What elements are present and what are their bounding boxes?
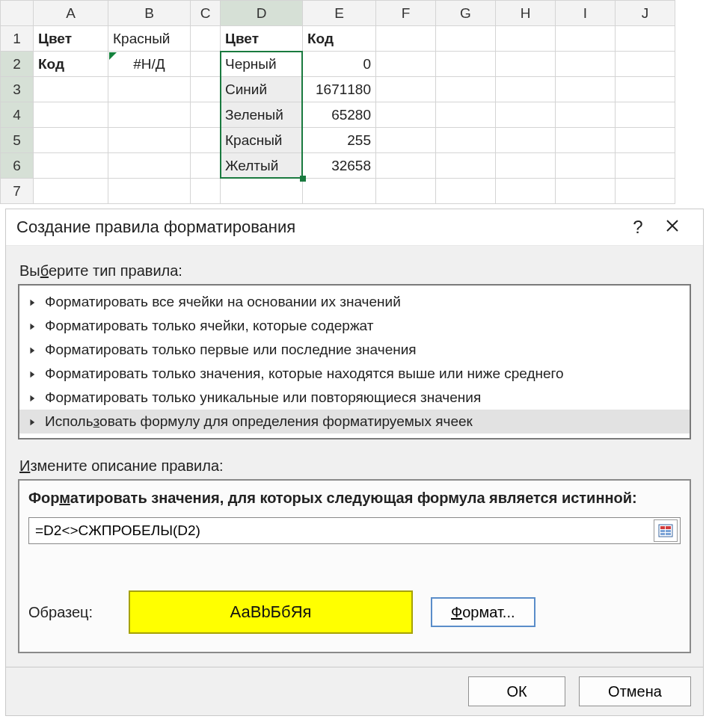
cell[interactable] xyxy=(616,179,675,204)
cell[interactable]: Цвет xyxy=(34,26,108,52)
cell[interactable] xyxy=(191,179,221,204)
cell[interactable] xyxy=(34,102,108,128)
cell[interactable] xyxy=(303,179,376,204)
spreadsheet[interactable]: ABCDEFGHIJ1ЦветКрасныйЦветКод2Код#Н/ДЧер… xyxy=(0,0,709,204)
cell[interactable] xyxy=(376,179,436,204)
cell[interactable] xyxy=(191,128,221,153)
cell[interactable]: 32658 xyxy=(303,153,376,179)
cell[interactable] xyxy=(496,77,556,102)
cell[interactable] xyxy=(556,128,616,153)
cell[interactable]: Красный xyxy=(108,26,191,52)
cell[interactable] xyxy=(436,52,496,77)
cell[interactable] xyxy=(376,77,436,102)
cell[interactable] xyxy=(108,102,191,128)
formula-input[interactable] xyxy=(29,519,654,542)
range-picker-button[interactable] xyxy=(654,519,678,542)
cell[interactable] xyxy=(376,102,436,128)
cell[interactable] xyxy=(496,128,556,153)
cell[interactable] xyxy=(191,153,221,179)
row-header[interactable]: 6 xyxy=(1,153,34,179)
cell[interactable] xyxy=(436,179,496,204)
cell[interactable]: #Н/Д xyxy=(108,52,191,77)
cell[interactable] xyxy=(108,179,191,204)
rule-type-item[interactable]: ►Форматировать только уникальные или пов… xyxy=(19,386,690,410)
cell[interactable] xyxy=(556,102,616,128)
cell[interactable] xyxy=(376,52,436,77)
column-header[interactable]: J xyxy=(616,1,675,26)
cell[interactable] xyxy=(496,102,556,128)
cell[interactable] xyxy=(191,77,221,102)
cell[interactable] xyxy=(221,179,303,204)
cell[interactable] xyxy=(616,153,675,179)
cell[interactable] xyxy=(496,52,556,77)
rule-type-item[interactable]: ►Использовать формулу для определения фо… xyxy=(19,410,690,434)
cell[interactable] xyxy=(376,26,436,52)
cell[interactable] xyxy=(108,128,191,153)
cell[interactable] xyxy=(556,179,616,204)
cell[interactable] xyxy=(436,128,496,153)
cell[interactable] xyxy=(496,179,556,204)
cell[interactable]: Черный xyxy=(221,52,303,77)
row-header[interactable]: 2 xyxy=(1,52,34,77)
cell[interactable] xyxy=(436,77,496,102)
ok-button[interactable]: ОК xyxy=(468,676,565,706)
cancel-button[interactable]: Отмена xyxy=(579,676,691,706)
cell[interactable] xyxy=(34,179,108,204)
cell[interactable] xyxy=(616,77,675,102)
cell[interactable] xyxy=(616,102,675,128)
cell[interactable]: 255 xyxy=(303,128,376,153)
cell[interactable] xyxy=(191,26,221,52)
rule-type-item[interactable]: ►Форматировать только первые или последн… xyxy=(19,338,690,362)
cell[interactable]: Желтый xyxy=(221,153,303,179)
cell[interactable]: 1671180 xyxy=(303,77,376,102)
cell[interactable] xyxy=(191,52,221,77)
cell[interactable] xyxy=(616,52,675,77)
cell[interactable]: Код xyxy=(34,52,108,77)
column-header[interactable]: F xyxy=(376,1,436,26)
column-header[interactable]: A xyxy=(34,1,108,26)
row-header[interactable]: 4 xyxy=(1,102,34,128)
cell[interactable] xyxy=(556,52,616,77)
cell[interactable]: 0 xyxy=(303,52,376,77)
column-header[interactable]: H xyxy=(496,1,556,26)
column-header[interactable]: D xyxy=(221,1,303,26)
cell[interactable] xyxy=(34,77,108,102)
rule-type-item[interactable]: ►Форматировать все ячейки на основании и… xyxy=(19,290,690,314)
row-header[interactable]: 3 xyxy=(1,77,34,102)
cell[interactable] xyxy=(191,102,221,128)
row-header[interactable]: 1 xyxy=(1,26,34,52)
column-header[interactable]: B xyxy=(108,1,191,26)
cell[interactable] xyxy=(616,26,675,52)
column-header[interactable]: C xyxy=(191,1,221,26)
cell[interactable]: Зеленый xyxy=(221,102,303,128)
row-header[interactable]: 5 xyxy=(1,128,34,153)
cell[interactable] xyxy=(496,26,556,52)
cell[interactable] xyxy=(108,153,191,179)
cell[interactable]: Синий xyxy=(221,77,303,102)
column-header[interactable]: E xyxy=(303,1,376,26)
cell[interactable] xyxy=(556,77,616,102)
close-button[interactable] xyxy=(655,217,690,238)
cell[interactable] xyxy=(376,153,436,179)
cell[interactable]: 65280 xyxy=(303,102,376,128)
column-header[interactable]: I xyxy=(556,1,616,26)
cell[interactable]: Код xyxy=(303,26,376,52)
row-header[interactable]: 7 xyxy=(1,179,34,204)
cell[interactable] xyxy=(108,77,191,102)
cell[interactable] xyxy=(376,128,436,153)
rule-type-item[interactable]: ►Форматировать только значения, которые … xyxy=(19,362,690,386)
cell[interactable] xyxy=(436,26,496,52)
cell[interactable] xyxy=(34,153,108,179)
cell[interactable] xyxy=(556,153,616,179)
cell[interactable] xyxy=(34,128,108,153)
help-button[interactable]: ? xyxy=(621,217,655,238)
cell[interactable] xyxy=(436,102,496,128)
cell[interactable]: Цвет xyxy=(221,26,303,52)
cell[interactable] xyxy=(496,153,556,179)
cell[interactable] xyxy=(616,128,675,153)
cell[interactable] xyxy=(556,26,616,52)
column-header[interactable]: G xyxy=(436,1,496,26)
cell[interactable]: Красный xyxy=(221,128,303,153)
cell[interactable] xyxy=(436,153,496,179)
rule-type-item[interactable]: ►Форматировать только ячейки, которые со… xyxy=(19,314,690,338)
